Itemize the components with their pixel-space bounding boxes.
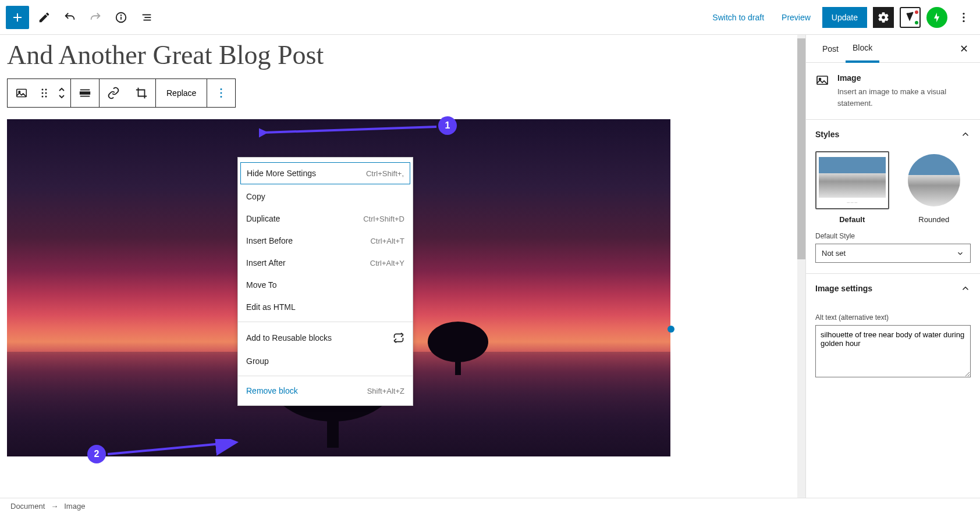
outline-button[interactable] bbox=[136, 7, 157, 28]
styles-panel-toggle[interactable]: Styles bbox=[806, 120, 980, 149]
crumb-image[interactable]: Image bbox=[64, 502, 85, 511]
svg-point-17 bbox=[42, 96, 44, 98]
editor-scrollbar[interactable] bbox=[797, 35, 805, 498]
svg-rect-28 bbox=[455, 355, 461, 375]
settings-sidebar: Post Block ✕ Image Insert an image to ma… bbox=[805, 35, 980, 498]
image-block-icon bbox=[815, 73, 829, 109]
svg-point-22 bbox=[221, 88, 222, 90]
block-type-button[interactable] bbox=[8, 79, 35, 107]
svg-point-9 bbox=[963, 16, 964, 18]
menu-remove-block[interactable]: Remove blockShift+Alt+Z bbox=[238, 380, 413, 402]
post-title[interactable]: And Another Great Blog Post bbox=[7, 35, 798, 78]
alt-text-input[interactable] bbox=[815, 325, 971, 377]
style-rounded[interactable]: Rounded bbox=[897, 151, 971, 224]
align-button[interactable] bbox=[71, 79, 99, 107]
alt-text-label: Alt text (alternative text) bbox=[815, 313, 971, 322]
svg-point-23 bbox=[221, 92, 222, 94]
image-settings-panel: Image settings Alt text (alternative tex… bbox=[806, 273, 980, 390]
block-description: Insert an image to make a visual stateme… bbox=[837, 86, 971, 109]
info-button[interactable] bbox=[111, 7, 132, 28]
menu-reusable-blocks[interactable]: Add to Reusable blocks bbox=[238, 326, 413, 350]
main-wrap: And Another Great Blog Post bbox=[0, 35, 980, 498]
svg-point-14 bbox=[45, 89, 47, 91]
style-default[interactable]: — — — Default bbox=[815, 151, 889, 224]
more-options-button[interactable] bbox=[953, 7, 974, 28]
preview-button[interactable]: Preview bbox=[776, 8, 816, 27]
menu-insert-before[interactable]: Insert BeforeCtrl+Alt+T bbox=[238, 230, 413, 252]
reusable-icon bbox=[393, 332, 404, 344]
replace-button[interactable]: Replace bbox=[156, 79, 207, 107]
block-more-button[interactable] bbox=[207, 79, 235, 107]
breadcrumb: Document → Image bbox=[0, 498, 980, 514]
svg-point-13 bbox=[42, 89, 44, 91]
default-style-select[interactable]: Not set bbox=[815, 244, 971, 263]
default-style-label: Default Style bbox=[815, 232, 971, 240]
switch-to-draft-button[interactable]: Switch to draft bbox=[706, 8, 770, 27]
chevron-up-icon bbox=[960, 129, 971, 140]
menu-edit-html[interactable]: Edit as HTML bbox=[238, 296, 413, 318]
add-block-button[interactable] bbox=[6, 6, 29, 29]
svg-point-15 bbox=[42, 92, 44, 94]
svg-point-10 bbox=[963, 20, 964, 22]
styles-panel: Styles — — — Default Rounded Default Sty… bbox=[806, 119, 980, 273]
tab-post[interactable]: Post bbox=[815, 36, 846, 62]
edit-mode-button[interactable] bbox=[34, 7, 55, 28]
tree-silhouette-small bbox=[426, 320, 490, 375]
jetpack-icon[interactable] bbox=[926, 7, 947, 28]
chevron-down-icon bbox=[956, 249, 964, 258]
yoast-icon[interactable] bbox=[900, 7, 921, 28]
settings-button[interactable] bbox=[873, 7, 894, 28]
topbar-left bbox=[6, 6, 157, 29]
svg-rect-26 bbox=[327, 407, 339, 448]
image-settings-toggle[interactable]: Image settings bbox=[806, 274, 980, 303]
menu-copy[interactable]: Copy bbox=[238, 185, 413, 208]
redo-button[interactable] bbox=[85, 7, 106, 28]
svg-point-18 bbox=[45, 96, 47, 98]
menu-duplicate[interactable]: DuplicateCtrl+Shift+D bbox=[238, 208, 413, 230]
block-options-dropdown: Hide More SettingsCtrl+Shift+, Copy Dupl… bbox=[237, 157, 413, 406]
annotation-2-badge: 2 bbox=[87, 445, 106, 463]
close-sidebar-button[interactable]: ✕ bbox=[957, 40, 971, 58]
crop-button[interactable] bbox=[127, 79, 155, 107]
svg-point-4 bbox=[121, 15, 122, 15]
block-title: Image bbox=[837, 73, 971, 83]
undo-button[interactable] bbox=[59, 7, 80, 28]
menu-group[interactable]: Group bbox=[238, 350, 413, 372]
svg-point-16 bbox=[45, 92, 47, 94]
update-button[interactable]: Update bbox=[822, 7, 867, 28]
svg-point-8 bbox=[963, 12, 964, 14]
menu-insert-after[interactable]: Insert AfterCtrl+Alt+Y bbox=[238, 252, 413, 274]
svg-rect-20 bbox=[80, 92, 90, 94]
menu-hide-more-settings[interactable]: Hide More SettingsCtrl+Shift+, bbox=[240, 162, 410, 184]
topbar-right: Switch to draft Preview Update bbox=[706, 7, 974, 28]
editor-area: And Another Great Blog Post bbox=[0, 35, 805, 498]
move-arrows-button[interactable] bbox=[53, 79, 70, 107]
drag-handle[interactable] bbox=[35, 79, 53, 107]
tab-block[interactable]: Block bbox=[846, 35, 879, 63]
block-toolbar: Replace bbox=[7, 78, 236, 108]
crumb-document[interactable]: Document bbox=[10, 502, 45, 511]
menu-move-to[interactable]: Move To bbox=[238, 274, 413, 296]
svg-point-12 bbox=[19, 91, 20, 93]
annotation-1-badge: 1 bbox=[438, 116, 457, 135]
svg-point-24 bbox=[221, 96, 222, 98]
block-header: Image Insert an image to make a visual s… bbox=[806, 63, 980, 119]
top-toolbar: Switch to draft Preview Update bbox=[0, 0, 980, 35]
chevron-up-icon bbox=[960, 283, 971, 294]
resize-handle-icon[interactable] bbox=[667, 326, 674, 333]
link-button[interactable] bbox=[100, 79, 127, 107]
sidebar-tabs: Post Block ✕ bbox=[806, 35, 980, 63]
